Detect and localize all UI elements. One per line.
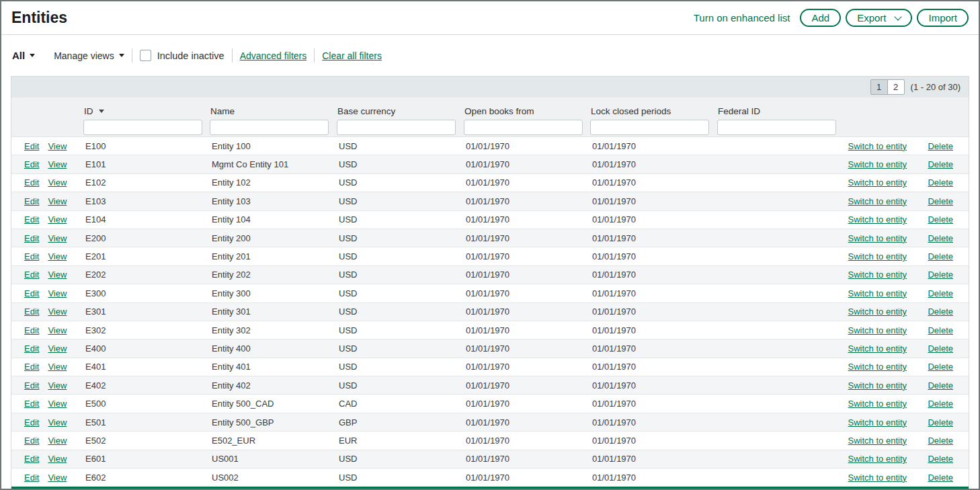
cell-lock-closed-periods: 01/01/1970 — [590, 196, 717, 206]
view-link[interactable]: View — [48, 307, 67, 317]
view-link[interactable]: View — [48, 141, 67, 151]
delete-link[interactable]: Delete — [928, 177, 953, 188]
switch-to-entity-link[interactable]: Switch to entity — [848, 436, 907, 446]
manage-views-dropdown[interactable]: Manage views — [54, 50, 124, 61]
delete-link[interactable]: Delete — [928, 288, 953, 298]
divider — [314, 48, 315, 63]
sort-desc-icon[interactable] — [99, 110, 104, 113]
import-button[interactable]: Import — [917, 9, 969, 27]
switch-to-entity-link[interactable]: Switch to entity — [848, 214, 907, 224]
switch-to-entity-link[interactable]: Switch to entity — [848, 307, 907, 317]
export-button[interactable]: Export — [846, 9, 912, 27]
edit-link[interactable]: Edit — [24, 343, 39, 354]
view-link[interactable]: View — [48, 214, 67, 224]
delete-link[interactable]: Delete — [928, 214, 953, 224]
delete-link[interactable]: Delete — [928, 436, 953, 446]
delete-link[interactable]: Delete — [928, 399, 953, 409]
filter-input-open-books-from[interactable] — [464, 120, 583, 135]
edit-link[interactable]: Edit — [24, 159, 39, 169]
view-link[interactable]: View — [48, 251, 67, 261]
delete-link[interactable]: Delete — [928, 307, 953, 317]
switch-to-entity-link[interactable]: Switch to entity — [848, 380, 907, 391]
edit-link[interactable]: Edit — [24, 141, 39, 151]
view-link[interactable]: View — [48, 288, 67, 298]
edit-link[interactable]: Edit — [24, 270, 39, 280]
edit-link[interactable]: Edit — [24, 233, 39, 243]
cell-name: Entity 103 — [210, 196, 337, 206]
cell-id: E102 — [83, 177, 210, 188]
edit-link[interactable]: Edit — [24, 177, 39, 188]
edit-link[interactable]: Edit — [24, 288, 39, 298]
view-link[interactable]: View — [48, 473, 67, 483]
delete-link[interactable]: Delete — [928, 141, 953, 151]
view-link[interactable]: View — [48, 362, 67, 372]
edit-link[interactable]: Edit — [24, 399, 39, 409]
view-link[interactable]: View — [48, 270, 67, 280]
delete-link[interactable]: Delete — [928, 325, 953, 335]
switch-to-entity-link[interactable]: Switch to entity — [848, 233, 907, 243]
filter-input-federal-id[interactable] — [717, 120, 836, 135]
switch-to-entity-link[interactable]: Switch to entity — [848, 288, 907, 298]
delete-cell: Delete — [907, 362, 970, 372]
edit-link[interactable]: Edit — [24, 307, 39, 317]
delete-link[interactable]: Delete — [928, 473, 953, 483]
switch-to-entity-link[interactable]: Switch to entity — [848, 325, 907, 335]
delete-link[interactable]: Delete — [928, 362, 953, 372]
edit-link[interactable]: Edit — [24, 436, 39, 446]
edit-link[interactable]: Edit — [24, 417, 39, 427]
edit-link[interactable]: Edit — [24, 325, 39, 335]
switch-to-entity-link[interactable]: Switch to entity — [848, 343, 907, 354]
edit-link[interactable]: Edit — [24, 196, 39, 206]
view-link[interactable]: View — [48, 325, 67, 335]
delete-link[interactable]: Delete — [928, 159, 953, 169]
switch-to-entity-link[interactable]: Switch to entity — [848, 251, 907, 261]
view-link[interactable]: View — [48, 233, 67, 243]
view-link[interactable]: View — [48, 399, 67, 409]
delete-link[interactable]: Delete — [928, 270, 953, 280]
edit-link[interactable]: Edit — [24, 473, 39, 483]
delete-link[interactable]: Delete — [928, 233, 953, 243]
edit-link[interactable]: Edit — [24, 214, 39, 224]
filter-input-base-currency[interactable] — [337, 120, 456, 135]
switch-to-entity-link[interactable]: Switch to entity — [848, 454, 907, 464]
delete-link[interactable]: Delete — [928, 251, 953, 261]
switch-to-entity-link[interactable]: Switch to entity — [848, 196, 907, 206]
edit-link[interactable]: Edit — [24, 362, 39, 372]
switch-to-entity-link[interactable]: Switch to entity — [848, 270, 907, 280]
edit-link[interactable]: Edit — [24, 251, 39, 261]
delete-link[interactable]: Delete — [928, 343, 953, 354]
page-button-2[interactable]: 2 — [887, 79, 905, 95]
switch-to-entity-link[interactable]: Switch to entity — [848, 399, 907, 409]
view-link[interactable]: View — [48, 159, 67, 169]
delete-link[interactable]: Delete — [928, 380, 953, 391]
view-link[interactable]: View — [48, 436, 67, 446]
switch-to-entity-link[interactable]: Switch to entity — [848, 417, 907, 427]
view-link[interactable]: View — [48, 196, 67, 206]
view-link[interactable]: View — [48, 343, 67, 354]
filter-input-lock-closed-periods[interactable] — [590, 120, 709, 135]
filter-input-name[interactable] — [210, 120, 329, 135]
switch-to-entity-link[interactable]: Switch to entity — [848, 141, 907, 151]
clear-all-filters-link[interactable]: Clear all filters — [322, 50, 382, 61]
enhanced-list-link[interactable]: Turn on enhanced list — [694, 12, 790, 24]
switch-to-entity-link[interactable]: Switch to entity — [848, 159, 907, 169]
view-selector-dropdown[interactable]: All — [12, 50, 35, 61]
switch-to-entity-link[interactable]: Switch to entity — [848, 177, 907, 188]
view-link[interactable]: View — [48, 417, 67, 427]
delete-link[interactable]: Delete — [928, 417, 953, 427]
switch-to-entity-link[interactable]: Switch to entity — [848, 362, 907, 372]
delete-link[interactable]: Delete — [928, 196, 953, 206]
advanced-filters-link[interactable]: Advanced filters — [240, 50, 307, 61]
filter-input-id[interactable] — [83, 120, 202, 135]
view-link[interactable]: View — [48, 177, 67, 188]
edit-link[interactable]: Edit — [24, 380, 39, 391]
edit-link[interactable]: Edit — [24, 454, 39, 464]
add-button[interactable]: Add — [800, 9, 841, 27]
switch-to-entity-link[interactable]: Switch to entity — [848, 473, 907, 483]
delete-link[interactable]: Delete — [928, 454, 953, 464]
page-button-1[interactable]: 1 — [870, 79, 888, 95]
cell-name: Entity 401 — [210, 362, 337, 372]
view-link[interactable]: View — [48, 380, 67, 391]
view-link[interactable]: View — [48, 454, 67, 464]
include-inactive-checkbox[interactable] — [140, 50, 151, 61]
